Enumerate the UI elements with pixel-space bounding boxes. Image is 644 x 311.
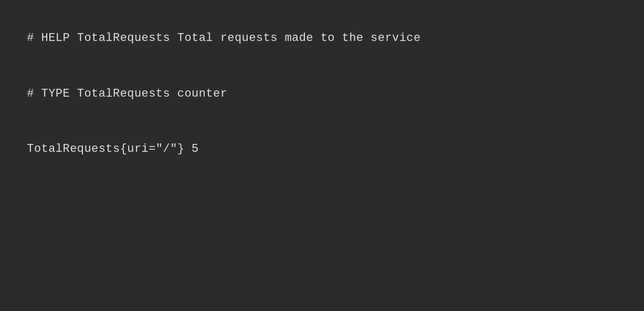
metrics-output: # HELP TotalRequests Total requests made… [0,0,434,169]
type-line: # TYPE TotalRequests counter [27,87,227,100]
metric-line: TotalRequests{uri="/"} 5 [27,142,198,156]
help-line: # HELP TotalRequests Total requests made… [27,32,420,45]
